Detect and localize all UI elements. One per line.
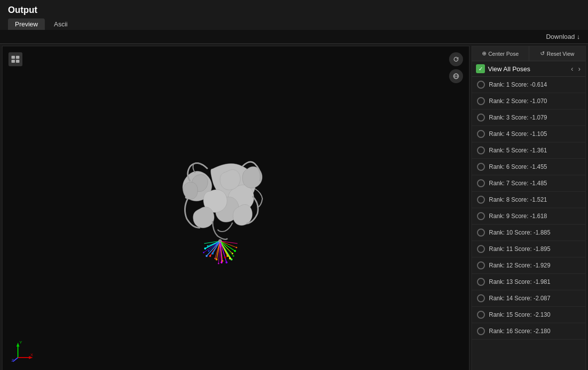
list-item[interactable]: Rank: 6 Score: -1.455 [472,159,586,175]
pose-radio[interactable] [477,311,485,319]
right-panel: ⊕ Center Pose ↺ Reset View ✓ View All Po… [471,46,586,370]
pose-label: Rank: 16 Score: -2.180 [489,328,550,335]
pose-label: Rank: 9 Score: -1.618 [489,213,547,220]
svg-point-40 [231,258,233,260]
svg-point-41 [212,252,214,254]
pose-radio[interactable] [477,229,485,237]
panel-toolbar: ⊕ Center Pose ↺ Reset View [472,46,586,61]
list-item[interactable]: Rank: 5 Score: -1.361 [472,142,586,159]
pose-radio[interactable] [477,278,485,286]
layout-icon[interactable] [8,52,22,66]
list-item[interactable]: Rank: 10 Score: -1.885 [472,225,586,241]
reset-view-button[interactable]: ↺ Reset View [529,46,586,61]
svg-rect-0 [11,56,15,59]
svg-point-48 [226,261,228,263]
list-item[interactable]: Rank: 7 Score: -1.485 [472,175,586,192]
reset-icon: ↺ [540,50,545,57]
svg-rect-3 [16,60,19,63]
next-pose-button[interactable]: › [577,65,582,73]
refresh-button[interactable] [449,52,463,66]
svg-point-49 [235,247,237,248]
docking-poses [203,240,237,264]
pose-radio[interactable] [477,212,485,220]
view-all-checkbox[interactable]: ✓ [476,64,485,73]
poses-list[interactable]: Rank: 1 Score: -0.614Rank: 2 Score: -1.0… [472,77,586,370]
globe-button[interactable] [449,69,463,83]
pose-label: Rank: 11 Score: -1.895 [489,246,550,252]
center-pose-label: Center Pose [488,51,519,57]
svg-point-46 [221,261,223,263]
viewport-controls [449,52,463,83]
pose-radio[interactable] [477,294,485,302]
list-item[interactable]: Rank: 15 Score: -2.130 [472,307,586,323]
pose-radio[interactable] [477,245,485,253]
pose-radio[interactable] [477,97,485,105]
tab-ascii[interactable]: Ascii [47,18,74,30]
pose-label: Rank: 14 Score: -2.087 [489,295,550,302]
svg-point-50 [203,251,204,253]
axis-indicator: X Y Z [10,338,35,363]
pose-label: Rank: 4 Score: -1.105 [489,130,547,137]
svg-rect-1 [16,56,19,59]
pose-radio[interactable] [477,261,485,269]
list-item[interactable]: Rank: 8 Score: -1.521 [472,192,586,208]
list-item[interactable]: Rank: 1 Score: -0.614 [472,77,586,93]
svg-text:X: X [30,353,33,357]
list-item[interactable]: Rank: 16 Score: -2.180 [472,323,586,340]
list-item[interactable]: Rank: 4 Score: -1.105 [472,126,586,142]
viewport: X Y Z [2,46,470,370]
list-item[interactable]: Rank: 14 Score: -2.087 [472,290,586,307]
protein-visualization [113,109,312,308]
pose-radio[interactable] [477,196,485,204]
reset-view-label: Reset View [547,51,574,57]
pose-radio[interactable] [477,114,485,122]
pose-label: Rank: 3 Score: -1.079 [489,114,547,121]
svg-point-31 [214,257,216,259]
pose-label: Rank: 2 Score: -1.070 [489,98,547,105]
top-bar: Output [0,0,588,15]
list-item[interactable]: Rank: 11 Score: -1.895 [472,241,586,257]
pose-label: Rank: 6 Score: -1.455 [489,163,547,170]
pose-radio[interactable] [477,179,485,187]
download-label: Download [546,33,575,40]
svg-point-44 [204,247,206,249]
pose-radio[interactable] [477,146,485,154]
view-all-poses-label: View All Poses [488,65,567,73]
list-item[interactable]: Rank: 3 Score: -1.079 [472,110,586,126]
svg-point-47 [218,262,219,264]
pose-label: Rank: 13 Score: -1.981 [489,278,550,285]
svg-point-37 [232,252,233,254]
list-item[interactable]: Rank: 9 Score: -1.618 [472,208,586,225]
list-item[interactable]: Rank: 2 Score: -1.070 [472,93,586,110]
download-button[interactable]: Download ↓ [546,33,580,40]
protein-svg [113,109,312,308]
svg-text:Y: Y [19,340,22,345]
view-all-poses-bar[interactable]: ✓ View All Poses ‹ › [472,61,586,77]
prev-pose-button[interactable]: ‹ [570,65,575,73]
list-item[interactable]: Rank: 12 Score: -1.929 [472,257,586,274]
toolbar-bar: Download ↓ [0,30,588,44]
pose-label: Rank: 7 Score: -1.485 [489,180,547,187]
tabs-bar: Preview Ascii [0,15,588,30]
pose-label: Rank: 12 Score: -1.929 [489,262,550,269]
svg-point-32 [224,256,226,258]
pose-radio[interactable] [477,81,485,89]
svg-rect-2 [11,60,15,63]
pose-label: Rank: 8 Score: -1.521 [489,196,547,203]
pose-label: Rank: 10 Score: -1.885 [489,229,550,236]
tab-preview[interactable]: Preview [8,18,45,30]
page-title: Output [8,5,37,15]
svg-point-51 [219,240,222,243]
svg-point-39 [233,255,234,256]
svg-point-34 [222,260,223,261]
svg-point-45 [207,245,208,247]
pose-label: Rank: 5 Score: -1.361 [489,147,547,154]
pose-radio[interactable] [477,327,485,335]
pose-label: Rank: 1 Score: -0.614 [489,81,547,88]
center-pose-button[interactable]: ⊕ Center Pose [472,46,529,61]
svg-line-27 [204,241,220,252]
pose-radio[interactable] [477,163,485,171]
svg-text:Z: Z [11,358,14,363]
list-item[interactable]: Rank: 13 Score: -1.981 [472,274,586,290]
pose-radio[interactable] [477,130,485,138]
